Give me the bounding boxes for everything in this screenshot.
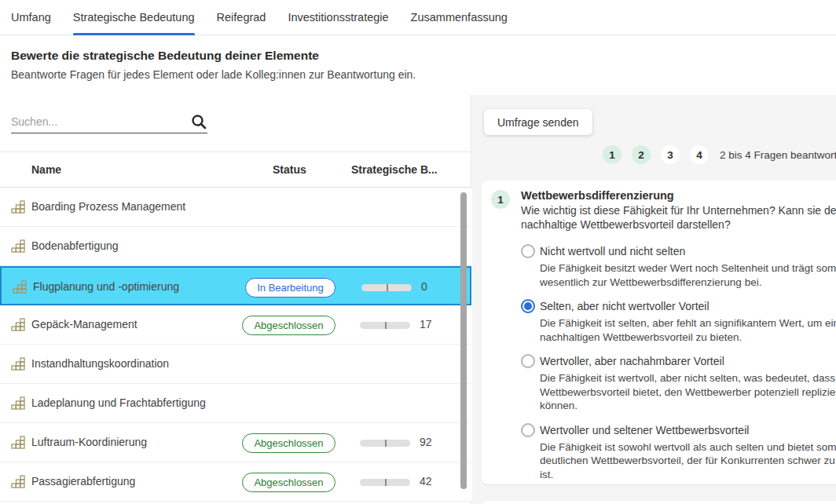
survey-panel: Umfrage senden 1 2 3 4 2 bis 4 Fragen be… xyxy=(472,95,836,504)
capability-icon xyxy=(11,396,26,410)
status-badge: Abgeschlossen xyxy=(242,473,335,492)
capability-icon xyxy=(11,475,26,488)
table-row[interactable]: Ladeplanung und Frachtabfertigung xyxy=(0,384,471,423)
table-row[interactable]: Luftraum-Koordinierung Abgeschlossen 92 xyxy=(0,423,471,462)
steps-progress-text: 2 bis 4 Fragen beantwortet xyxy=(720,149,836,161)
search-input[interactable] xyxy=(11,115,190,128)
strategic-score-value: 0 xyxy=(421,280,427,293)
option-description: Die Fähigkeit ist sowohl wertvoll als au… xyxy=(540,440,836,482)
answer-option-head[interactable]: Wertvoller, aber nachahmbarer Vorteil xyxy=(521,354,836,368)
answer-options: Nicht wertvoll und nicht selten Die Fähi… xyxy=(521,244,836,481)
question-text: Wie wichtig ist diese Fähigkeit für Ihr … xyxy=(521,204,836,232)
answer-option-head[interactable]: Wertvoller und seltener Wettbewerbsvorte… xyxy=(521,423,836,437)
option-description: Die Fähigkeit ist wertvoll, aber nicht s… xyxy=(540,371,836,413)
table-header: Name Status Strategische B... xyxy=(0,152,471,188)
answer-option: Selten, aber nicht wertvoller Vorteil Di… xyxy=(521,299,836,344)
send-survey-button[interactable]: Umfrage senden xyxy=(484,109,592,135)
tab-umfang[interactable]: Umfang xyxy=(11,0,51,35)
option-label: Wertvoller, aber nachahmbarer Vorteil xyxy=(540,355,724,367)
table-row[interactable]: Gepäck-Management Abgeschlossen 17 xyxy=(0,305,471,345)
column-header-strategic[interactable]: Strategische B... xyxy=(351,163,438,176)
table-row[interactable]: Boarding Prozess Management xyxy=(0,188,471,227)
strategic-score-bar xyxy=(360,322,410,329)
status-badge: Abgeschlossen xyxy=(242,433,335,453)
tab-investitionsstrategie[interactable]: Investitionsstrategie xyxy=(288,0,388,35)
search-field-wrap xyxy=(11,110,207,133)
capability-icon xyxy=(11,357,26,371)
question-title: Wettbewerbsdifferenzierung xyxy=(521,189,836,202)
row-name: Boarding Prozess Management xyxy=(31,200,185,213)
strategic-score-value: 17 xyxy=(420,318,432,331)
row-name: Bodenabfertigung xyxy=(31,239,119,252)
list-scrollbar[interactable] xyxy=(460,192,467,489)
question-number-badge: 1 xyxy=(491,190,510,209)
page-title: Bewerte die strategische Bedeutung deine… xyxy=(11,49,319,63)
radio-button[interactable] xyxy=(521,244,535,258)
status-badge: Abgeschlossen xyxy=(242,316,335,335)
element-list-panel: Name Status Strategische B... Boarding P… xyxy=(0,95,471,504)
option-label: Selten, aber nicht wertvoller Vorteil xyxy=(540,300,710,312)
strategic-score-bar xyxy=(360,479,410,486)
answer-option-head[interactable]: Nicht wertvoll und nicht selten xyxy=(521,244,836,258)
capability-icon xyxy=(11,436,26,449)
capability-icon xyxy=(11,318,26,331)
answer-option: Wertvoller, aber nachahmbarer Vorteil Di… xyxy=(521,354,836,413)
row-name: Instandhaltungskoordination xyxy=(31,357,169,370)
search-icon[interactable] xyxy=(190,113,207,130)
capability-icon xyxy=(11,239,26,253)
table-row[interactable]: Bodenabfertigung xyxy=(0,227,471,266)
status-badge: In Bearbeitung xyxy=(245,278,336,298)
radio-button[interactable] xyxy=(521,354,535,368)
tab-bar: Umfang Strategische Bedeutung Reifegrad … xyxy=(0,0,836,35)
bar-average-marker xyxy=(387,284,388,291)
next-question-card-peek xyxy=(482,501,836,504)
option-label: Wertvoller und seltener Wettbewerbsvorte… xyxy=(540,424,749,436)
capability-icon xyxy=(11,200,26,214)
step-4[interactable]: 4 xyxy=(690,145,709,164)
answer-option: Wertvoller und seltener Wettbewerbsvorte… xyxy=(521,423,836,482)
bar-average-marker xyxy=(385,479,387,486)
capability-icon xyxy=(13,280,28,294)
strategic-score-bar xyxy=(360,440,410,447)
step-3[interactable]: 3 xyxy=(661,145,680,164)
question-steps: 1 2 3 4 2 bis 4 Fragen beantwortet xyxy=(603,145,836,164)
row-name: Passagierabfertigung xyxy=(31,475,135,488)
column-header-name[interactable]: Name xyxy=(31,163,61,176)
page-subtitle: Beantworte Fragen für jedes Element oder… xyxy=(11,68,416,81)
table-row-selected[interactable]: Flugplanung und -optimierung In Bearbeit… xyxy=(0,266,471,305)
tab-strategische-bedeutung[interactable]: Strategische Bedeutung xyxy=(73,0,195,35)
step-1[interactable]: 1 xyxy=(603,145,622,164)
answer-option-head[interactable]: Selten, aber nicht wertvoller Vorteil xyxy=(521,299,836,313)
row-name: Flugplanung und -optimierung xyxy=(33,280,179,293)
option-description: Die Fähigkeit ist selten, aber fehlt an … xyxy=(540,316,836,344)
row-name: Ladeplanung und Frachtabfertigung xyxy=(31,396,206,409)
strategic-score-bar xyxy=(361,284,412,291)
option-label: Nicht wertvoll und nicht selten xyxy=(540,245,685,257)
question-card: 1 Wettbewerbsdifferenzierung Wie wichtig… xyxy=(482,181,836,484)
strategic-score-value: 42 xyxy=(420,475,432,488)
option-description: Die Fähigkeit besitzt weder Wert noch Se… xyxy=(540,261,836,289)
radio-button[interactable] xyxy=(521,423,535,437)
element-rows: Boarding Prozess Management Bodenabferti… xyxy=(0,188,471,502)
radio-button[interactable] xyxy=(521,299,535,313)
app-window: Umfang Strategische Bedeutung Reifegrad … xyxy=(0,0,836,504)
tab-reifegrad[interactable]: Reifegrad xyxy=(217,0,266,35)
bar-average-marker xyxy=(385,322,387,329)
tab-zusammenfassung[interactable]: Zusammenfassung xyxy=(411,0,508,35)
table-row[interactable]: Instandhaltungskoordination xyxy=(0,345,471,384)
table-row[interactable]: Passagierabfertigung Abgeschlossen 42 xyxy=(0,462,471,502)
page-header: Bewerte die strategische Bedeutung deine… xyxy=(0,35,836,95)
step-2[interactable]: 2 xyxy=(632,145,651,164)
bar-average-marker xyxy=(385,440,387,447)
strategic-score-value: 92 xyxy=(420,436,432,448)
row-name: Luftraum-Koordinierung xyxy=(31,436,147,448)
answer-option: Nicht wertvoll und nicht selten Die Fähi… xyxy=(521,244,836,289)
column-header-status[interactable]: Status xyxy=(273,163,306,176)
row-name: Gepäck-Management xyxy=(31,318,138,331)
